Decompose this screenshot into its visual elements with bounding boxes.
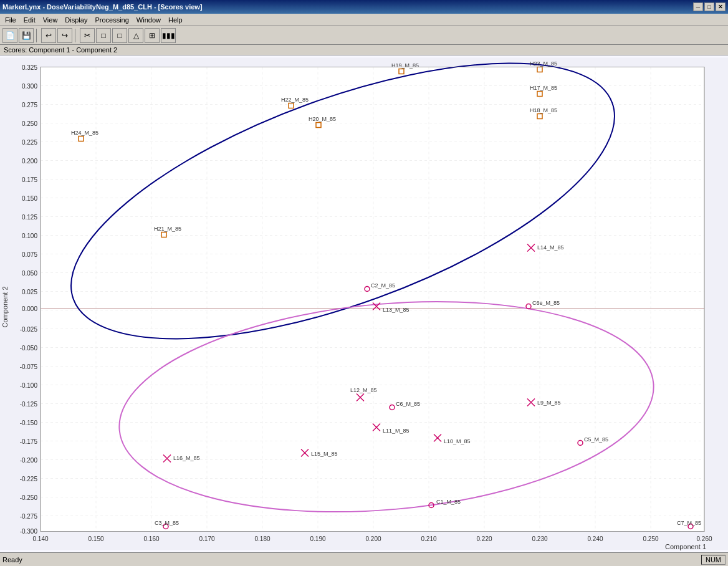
svg-text:0.300: 0.300 <box>22 83 37 90</box>
toolbar-rect[interactable]: □ <box>96 28 111 43</box>
menu-display[interactable]: Display <box>61 15 91 25</box>
svg-text:0.240: 0.240 <box>587 535 603 542</box>
close-button[interactable]: ✕ <box>716 2 726 11</box>
svg-text:0.250: 0.250 <box>643 535 658 542</box>
svg-text:L12_M_85: L12_M_85 <box>350 387 377 393</box>
menu-view[interactable]: View <box>39 15 62 25</box>
toolbar-undo[interactable]: ↩ <box>41 28 56 43</box>
status-num: NUM <box>701 555 726 565</box>
svg-text:0.125: 0.125 <box>22 214 37 221</box>
svg-text:-0.125: -0.125 <box>20 401 38 408</box>
svg-text:H24_M_85: H24_M_85 <box>71 130 98 136</box>
svg-text:-0.175: -0.175 <box>20 438 38 445</box>
restore-button[interactable]: □ <box>704 2 714 11</box>
svg-text:0.100: 0.100 <box>22 233 37 239</box>
svg-text:0.180: 0.180 <box>254 535 270 542</box>
svg-text:Component 2: Component 2 <box>1 286 9 327</box>
svg-text:L11_M_85: L11_M_85 <box>383 428 410 434</box>
svg-text:0.140: 0.140 <box>32 535 48 542</box>
menu-help[interactable]: Help <box>165 15 186 25</box>
svg-text:H18_M_85: H18_M_85 <box>530 107 557 113</box>
svg-text:L14_M_85: L14_M_85 <box>537 244 564 251</box>
svg-text:-0.050: -0.050 <box>20 345 38 352</box>
svg-text:C5_M_85: C5_M_85 <box>584 436 608 443</box>
menu-file[interactable]: File <box>1 15 20 25</box>
svg-text:H21_M_85: H21_M_85 <box>154 226 181 232</box>
svg-text:-0.250: -0.250 <box>20 494 38 501</box>
svg-text:C1_M_85: C1_M_85 <box>436 499 461 505</box>
statusbar: Ready NUM <box>0 552 728 566</box>
toolbar-cut[interactable]: ✂ <box>80 28 95 43</box>
svg-text:L10_M_85: L10_M_85 <box>444 438 471 444</box>
titlebar-controls: ─ □ ✕ <box>693 2 726 11</box>
svg-text:-0.025: -0.025 <box>20 326 38 333</box>
svg-text:0.000: 0.000 <box>22 305 37 312</box>
status-ready: Ready <box>2 556 22 564</box>
svg-text:H23_M_85: H23_M_85 <box>530 60 557 67</box>
svg-text:H17_M_85: H17_M_85 <box>530 85 557 91</box>
svg-text:0.200: 0.200 <box>22 158 37 165</box>
svg-text:0.050: 0.050 <box>22 270 37 277</box>
svg-text:0.150: 0.150 <box>22 195 37 202</box>
toolbar-save[interactable]: 💾 <box>19 28 34 43</box>
svg-text:L15_M_85: L15_M_85 <box>311 451 338 457</box>
svg-text:0.160: 0.160 <box>143 535 159 542</box>
svg-text:0.230: 0.230 <box>532 535 547 542</box>
menu-edit[interactable]: Edit <box>20 15 39 25</box>
toolbar-new[interactable]: 📄 <box>2 28 17 43</box>
svg-text:-0.275: -0.275 <box>20 513 38 520</box>
svg-text:0.025: 0.025 <box>22 289 37 295</box>
svg-text:-0.300: -0.300 <box>20 528 38 535</box>
svg-text:-0.200: -0.200 <box>20 457 38 464</box>
svg-text:L13_M_85: L13_M_85 <box>383 307 410 313</box>
minimize-button[interactable]: ─ <box>693 2 703 11</box>
svg-text:-0.225: -0.225 <box>20 476 38 482</box>
svg-text:0.210: 0.210 <box>421 535 436 542</box>
svg-text:0.170: 0.170 <box>199 535 214 542</box>
svg-text:C2_M_85: C2_M_85 <box>371 282 395 289</box>
menu-processing[interactable]: Processing <box>91 15 132 25</box>
svg-text:0.325: 0.325 <box>22 64 37 71</box>
svg-text:C7_M_85: C7_M_85 <box>677 520 701 526</box>
svg-text:-0.150: -0.150 <box>20 420 38 426</box>
toolbar-rect2[interactable]: □ <box>112 28 127 43</box>
svg-text:C6e_M_85: C6e_M_85 <box>532 300 560 306</box>
svg-text:0.175: 0.175 <box>22 176 37 183</box>
svg-text:Component 1: Component 1 <box>665 543 706 550</box>
svg-text:0.225: 0.225 <box>22 139 37 146</box>
title-text: MarkerLynx - DoseVariabilityNeg_M_d85_CL… <box>2 3 203 11</box>
scatter-plot: 0.325 0.300 0.275 0.250 0.225 0.200 0.17… <box>0 55 728 552</box>
toolbar-redo[interactable]: ↪ <box>57 28 72 43</box>
svg-text:0.150: 0.150 <box>88 535 103 542</box>
chart-area: 0.325 0.300 0.275 0.250 0.225 0.200 0.17… <box>0 55 728 552</box>
toolbar-sep2 <box>75 29 77 42</box>
toolbar-tri[interactable]: △ <box>128 28 143 43</box>
svg-text:C3_M_85: C3_M_85 <box>155 520 179 526</box>
toolbar: 📄 💾 ↩ ↪ ✂ □ □ △ ⊞ ▮▮▮ <box>0 26 728 45</box>
svg-text:-0.075: -0.075 <box>20 363 38 370</box>
svg-text:L9_M_85: L9_M_85 <box>537 400 561 406</box>
scores-label: Scores: Component 1 - Component 2 <box>0 45 728 55</box>
menu-window[interactable]: Window <box>133 15 165 25</box>
toolbar-more[interactable]: ▮▮▮ <box>161 28 176 43</box>
svg-text:0.275: 0.275 <box>22 102 37 108</box>
svg-text:0.260: 0.260 <box>696 535 712 542</box>
svg-text:L16_M_85: L16_M_85 <box>173 455 200 461</box>
toolbar-wave[interactable]: ⊞ <box>145 28 160 43</box>
toolbar-sep1 <box>36 29 39 42</box>
svg-text:0.075: 0.075 <box>22 251 37 258</box>
titlebar: MarkerLynx - DoseVariabilityNeg_M_d85_CL… <box>0 0 728 14</box>
menubar: File Edit View Display Processing Window… <box>0 14 728 26</box>
svg-text:0.200: 0.200 <box>365 535 381 542</box>
svg-text:H22_M_85: H22_M_85 <box>281 97 309 103</box>
svg-text:C6_M_85: C6_M_85 <box>396 401 420 407</box>
svg-text:H20_M_85: H20_M_85 <box>309 116 336 122</box>
svg-text:-0.100: -0.100 <box>20 382 38 389</box>
main-container: Scores: Component 1 - Component 2 <box>0 45 728 566</box>
svg-text:0.250: 0.250 <box>22 120 37 127</box>
svg-text:0.220: 0.220 <box>476 535 492 542</box>
svg-text:0.190: 0.190 <box>310 535 325 542</box>
